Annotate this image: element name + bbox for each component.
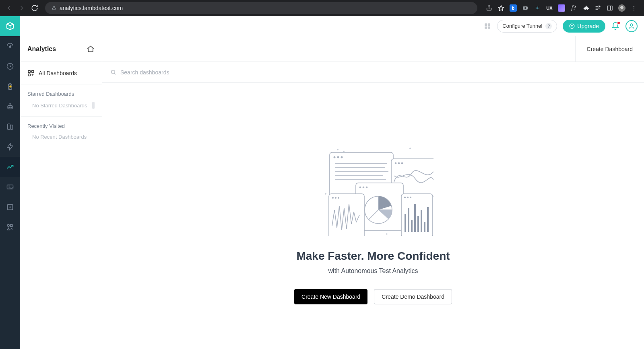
create-demo-dashboard-button[interactable]: Create Demo Dashboard	[374, 289, 452, 304]
rail-dashboard-icon[interactable]	[0, 36, 20, 56]
star-icon[interactable]	[497, 4, 505, 12]
svg-rect-22	[10, 125, 13, 129]
create-new-dashboard-button[interactable]: Create New Dashboard	[294, 289, 367, 304]
browser-profile-avatar[interactable]	[618, 4, 625, 12]
nav-rail: ⚡	[0, 16, 20, 349]
svg-text:⚡: ⚡	[8, 85, 12, 88]
search-input[interactable]	[120, 69, 241, 76]
extensions-icon[interactable]	[582, 4, 589, 12]
rail-shapes-icon[interactable]	[0, 217, 20, 237]
browser-back-button[interactable]	[4, 3, 14, 13]
rail-container-icon[interactable]	[0, 177, 20, 197]
browser-menu-icon[interactable]: ⋮	[630, 4, 638, 12]
svg-point-28	[7, 224, 9, 226]
recent-empty-row: No Recent Dashboards	[20, 132, 102, 145]
svg-point-46	[341, 156, 343, 158]
svg-rect-38	[28, 70, 30, 72]
configure-tunnel-button[interactable]: Configure Tunnel ?	[497, 20, 557, 33]
content-area: Create Dashboard	[102, 36, 644, 349]
svg-point-54	[398, 162, 400, 164]
svg-point-20	[10, 103, 10, 104]
rail-devices-icon[interactable]	[0, 117, 20, 137]
svg-point-65	[332, 197, 334, 199]
ext-icon-f[interactable]: f?	[570, 4, 577, 12]
svg-rect-39	[32, 70, 34, 72]
svg-point-69	[404, 197, 406, 198]
create-dashboard-link[interactable]: Create Dashboard	[575, 36, 644, 62]
svg-point-41	[111, 70, 115, 74]
svg-point-70	[407, 197, 409, 198]
svg-point-37	[630, 24, 633, 26]
empty-illustration	[313, 144, 433, 236]
svg-rect-32	[488, 23, 490, 26]
ext-icon-ux[interactable]: UX	[546, 4, 553, 12]
svg-point-71	[410, 197, 411, 198]
svg-rect-40	[28, 74, 30, 76]
svg-point-44	[334, 156, 336, 158]
svg-point-58	[363, 187, 365, 189]
svg-rect-21	[7, 124, 10, 129]
svg-rect-29	[10, 224, 12, 226]
browser-forward-button[interactable]	[17, 3, 27, 13]
ext-icon-1[interactable]: b	[510, 4, 517, 12]
sidebar-title: Analytics	[27, 45, 56, 53]
rail-lightning-icon[interactable]	[0, 137, 20, 157]
rail-clock-icon[interactable]	[0, 56, 20, 76]
lock-icon	[52, 6, 56, 10]
home-icon[interactable]	[87, 45, 95, 53]
all-dashboards-label: All Dashboards	[39, 70, 77, 76]
empty-actions: Create New Dashboard Create Demo Dashboa…	[294, 289, 452, 304]
svg-point-11	[9, 46, 10, 47]
browser-reload-button[interactable]	[30, 3, 39, 13]
svg-marker-23	[7, 144, 12, 150]
starred-empty-row: No Starred Dashboards	[20, 100, 102, 114]
rail-battery-icon[interactable]: ⚡	[0, 76, 20, 96]
svg-point-45	[337, 156, 339, 158]
content-top-bar: Create Dashboard	[102, 36, 644, 62]
help-icon: ?	[545, 23, 552, 29]
ext-icon-purple[interactable]	[558, 4, 565, 12]
svg-rect-31	[485, 23, 487, 26]
rail-robot-icon[interactable]	[0, 96, 20, 117]
empty-subtitle: with Autonomous Test Analytics	[328, 267, 418, 275]
svg-point-53	[395, 162, 397, 164]
scrollbar-handle[interactable]	[92, 102, 95, 109]
apps-grid-icon[interactable]	[483, 22, 491, 30]
ext-icon-react[interactable]: ⚛	[534, 4, 541, 12]
svg-point-67	[338, 197, 339, 199]
svg-point-4	[524, 7, 526, 9]
browser-extension-tray: b ⚛ UX f? ⋮	[483, 4, 640, 12]
ext-icon-panel[interactable]	[606, 4, 613, 12]
app-header: Configure Tunnel ? Upgrade	[20, 16, 644, 36]
app-logo[interactable]	[0, 16, 20, 36]
upgrade-label: Upgrade	[577, 23, 599, 29]
svg-point-59	[366, 187, 368, 189]
analytics-sidebar: Analytics All Dashboards Starred Dashboa…	[20, 36, 102, 349]
svg-rect-34	[488, 26, 490, 29]
all-dashboards-link[interactable]: All Dashboards	[20, 62, 102, 84]
svg-line-42	[114, 73, 116, 74]
svg-rect-33	[485, 26, 487, 29]
svg-marker-8	[599, 6, 600, 7]
notifications-icon[interactable]	[611, 22, 620, 31]
svg-point-17	[9, 107, 10, 108]
svg-rect-0	[53, 8, 56, 10]
svg-point-66	[335, 197, 336, 199]
recent-section-label: Recently Visited	[20, 117, 102, 132]
share-icon[interactable]	[485, 4, 493, 12]
svg-rect-9	[607, 6, 612, 10]
svg-rect-24	[7, 185, 13, 189]
upgrade-button[interactable]: Upgrade	[563, 20, 605, 33]
dashboards-grid-icon	[27, 70, 35, 77]
browser-url-bar[interactable]: analytics.lambdatest.com	[45, 2, 477, 14]
notification-dot	[617, 21, 621, 25]
upgrade-arrow-icon	[569, 23, 575, 29]
recent-empty-text: No Recent Dashboards	[32, 134, 87, 140]
rail-add-icon[interactable]	[0, 197, 20, 217]
starred-empty-text: No Starred Dashboards	[32, 103, 87, 109]
ext-icon-media[interactable]	[594, 4, 601, 12]
user-avatar[interactable]	[625, 20, 638, 32]
ext-icon-2[interactable]	[522, 4, 529, 12]
rail-analytics-icon[interactable]	[0, 157, 20, 177]
svg-point-57	[359, 187, 361, 189]
